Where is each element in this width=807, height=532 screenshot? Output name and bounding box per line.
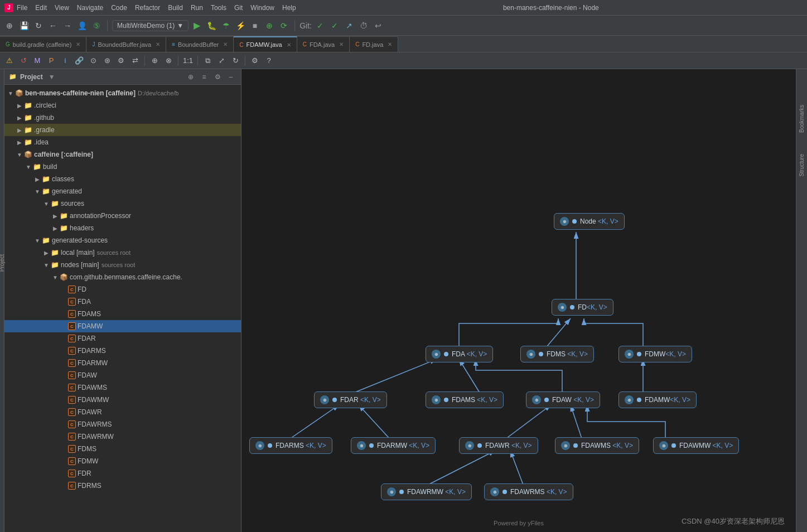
node-FDAWMW[interactable]: ⊕ FDAWMW <K, V> <box>653 437 739 454</box>
tab-fd-java[interactable]: C FD.java ✕ <box>350 36 398 52</box>
tree-item-fdamw[interactable]: C FDAMW <box>4 320 241 332</box>
git-accept-btn[interactable]: Git: <box>299 20 312 32</box>
node-FDAMW[interactable]: ⊕ FDAMW<K, V> <box>618 391 697 408</box>
structure-side-label[interactable]: Structure <box>798 152 806 179</box>
diag-copy-btn[interactable]: ⧉ <box>201 55 214 67</box>
tab-fdamw-java-close[interactable]: ✕ <box>287 42 291 48</box>
node-FDAR[interactable]: ⊕ FDAR <K, V> <box>314 391 387 408</box>
tree-item-caffeine[interactable]: ▼ 📦 caffeine [:caffeine] <box>4 148 241 161</box>
menu-refactor[interactable]: Refactor <box>135 4 160 12</box>
coverage-button[interactable]: ☂ <box>220 20 232 32</box>
tree-item-fdawr[interactable]: C FDAWR <box>4 406 241 418</box>
tree-item-generated-sources[interactable]: ▼ 📁 generated-sources <box>4 234 241 246</box>
node-FDA[interactable]: ⊕ FDA <K, V> <box>426 346 493 362</box>
project-settings-btn[interactable]: ⚙ <box>212 71 223 83</box>
diag-restore-btn[interactable]: ↻ <box>229 55 241 67</box>
tree-item-build[interactable]: ▼ 📁 build <box>4 161 241 173</box>
project-close-btn[interactable]: – <box>225 71 236 83</box>
menu-window[interactable]: Window <box>250 4 274 12</box>
git-undo-btn[interactable]: ↩ <box>372 20 384 32</box>
menu-tools[interactable]: Tools <box>211 4 226 12</box>
tree-item-fdms[interactable]: C FDMS <box>4 443 241 455</box>
toolbar-new-btn[interactable]: ⊕ <box>3 20 16 32</box>
menu-build[interactable]: Build <box>168 4 183 12</box>
tab-bounded-buffer[interactable]: ≡ BoundedBuffer ✕ <box>166 36 234 52</box>
tree-item-fdar[interactable]: C FDAR <box>4 332 241 345</box>
tree-item-fdams[interactable]: C FDAMS <box>4 308 241 320</box>
tree-item-com-pkg[interactable]: ▼ 📦 com.github.benmanes.caffeine.cache. <box>4 271 241 283</box>
diag-1to1-btn[interactable]: 1:1 <box>182 55 194 67</box>
diag-m-btn[interactable]: M <box>31 55 44 67</box>
menu-view[interactable]: View <box>55 4 69 12</box>
toolbar-forward-btn[interactable]: → <box>61 20 74 32</box>
diag-redo-btn[interactable]: ↺ <box>17 55 30 67</box>
attach-button[interactable]: ⊕ <box>263 20 276 32</box>
tree-item-classes[interactable]: ▶ 📁 classes <box>4 173 241 185</box>
tab-fda-java-close[interactable]: ✕ <box>339 41 344 47</box>
tree-item-root[interactable]: ▼ 📦 ben-manes-caffeine-nien [caffeine] D… <box>4 87 241 99</box>
diag-gear-btn[interactable]: ⚙ <box>249 55 261 67</box>
toolbar-refresh-btn[interactable]: ↻ <box>32 20 45 32</box>
graph-area[interactable]: ⊕ Node <K, V> ⊕ FD<K, V> ⊕ FDA <K, V> ⊕ … <box>241 69 796 532</box>
git-clock-btn[interactable]: ⏱ <box>357 20 370 32</box>
tab-bounded-buffer-java[interactable]: J BoundedBuffer.java ✕ <box>86 36 166 52</box>
node-FDAWRMW[interactable]: ⊕ FDAWRMW <K, V> <box>381 483 472 500</box>
node-Node[interactable]: ⊕ Node <K, V> <box>554 213 625 230</box>
tree-item-fd[interactable]: C FD <box>4 283 241 296</box>
toolbar-bookmark-btn[interactable]: ⑤ <box>90 20 103 32</box>
tree-item-headers[interactable]: ▶ 📁 headers <box>4 222 241 234</box>
tree-item-circleci[interactable]: ▶ 📁 .circleci <box>4 99 241 112</box>
tree-item-fdawmw[interactable]: C FDAWMW <box>4 394 241 406</box>
diag-link-btn[interactable]: 🔗 <box>73 55 85 67</box>
diag-settings2-btn[interactable]: ⚙ <box>115 55 127 67</box>
tree-item-fda[interactable]: C FDA <box>4 296 241 308</box>
tab-fda-java[interactable]: C FDA.java ✕ <box>297 36 350 52</box>
bookmarks-side-label[interactable]: Bookmarks <box>798 103 806 135</box>
menu-help[interactable]: Help <box>282 4 296 12</box>
node-FDMS[interactable]: ⊕ FDMS <K, V> <box>520 346 594 362</box>
tree-item-fdr[interactable]: C FDR <box>4 467 241 480</box>
run-config-dropdown[interactable]: MultiWriteDemo (1) ▼ <box>112 20 189 31</box>
node-FDAW[interactable]: ⊕ FDAW <K, V> <box>526 391 600 408</box>
tree-item-fdawrms[interactable]: C FDAWRMS <box>4 418 241 431</box>
stop-button[interactable]: ■ <box>249 20 261 32</box>
tab-bounded-buffer-java-close[interactable]: ✕ <box>156 41 160 47</box>
node-FD[interactable]: ⊕ FD<K, V> <box>552 299 613 316</box>
tree-item-local-main[interactable]: ▶ 📁 local [main] sources root <box>4 246 241 259</box>
tree-item-github[interactable]: ▶ 📁 .github <box>4 112 241 124</box>
tree-item-idea[interactable]: ▶ 📁 .idea <box>4 136 241 148</box>
tree-item-sources[interactable]: ▼ 📁 sources <box>4 197 241 210</box>
tree-item-fdaw[interactable]: C FDAW <box>4 369 241 381</box>
diag-merge-btn[interactable]: ⊕ <box>148 55 161 67</box>
node-FDAWRMS[interactable]: ⊕ FDAWRMS <K, V> <box>484 483 573 500</box>
loop-button[interactable]: ⟳ <box>278 20 290 32</box>
toolbar-user-btn[interactable]: 👤 <box>76 20 88 32</box>
menu-code[interactable]: Code <box>111 4 127 12</box>
diag-p-btn[interactable]: P <box>45 55 57 67</box>
diag-question-btn[interactable]: ? <box>263 55 275 67</box>
diag-alert-btn[interactable]: ⚠ <box>3 55 16 67</box>
profile-button[interactable]: ⚡ <box>234 20 247 32</box>
tree-item-nodes-main[interactable]: ▼ 📁 nodes [main] sources root <box>4 259 241 271</box>
node-FDARMS[interactable]: ⊕ FDARMS <K, V> <box>249 437 332 454</box>
tree-item-fdmw[interactable]: C FDMW <box>4 455 241 467</box>
menu-run[interactable]: Run <box>191 4 203 12</box>
menu-edit[interactable]: Edit <box>35 4 47 12</box>
diag-expand-btn[interactable]: ⤢ <box>215 55 228 67</box>
node-FDAWMS[interactable]: ⊕ FDAWMS <K, V> <box>555 437 639 454</box>
run-button[interactable]: ▶ <box>191 20 203 32</box>
tab-build-gradle[interactable]: G build.gradle (caffeine) ✕ <box>0 36 86 52</box>
project-sync-btn[interactable]: ⊕ <box>185 71 196 83</box>
tab-fdamw-java[interactable]: C FDAMW.java ✕ <box>234 36 297 52</box>
tab-fd-java-close[interactable]: ✕ <box>388 41 392 47</box>
tree-item-fdarmw[interactable]: C FDARMW <box>4 357 241 369</box>
tree-item-generated[interactable]: ▼ 📁 generated <box>4 185 241 197</box>
tree-item-annotationprocessor[interactable]: ▶ 📁 annotationProcessor <box>4 210 241 222</box>
node-FDAMS[interactable]: ⊕ FDAMS <K, V> <box>426 391 504 408</box>
menu-git[interactable]: Git <box>234 4 243 12</box>
node-FDMW[interactable]: ⊕ FDMW<K, V> <box>618 346 692 362</box>
diag-info-btn[interactable]: i <box>59 55 71 67</box>
debug-button[interactable]: 🐛 <box>205 20 218 32</box>
diag-filter-btn[interactable]: ⊛ <box>101 55 113 67</box>
diag-split-btn[interactable]: ⊗ <box>162 55 175 67</box>
